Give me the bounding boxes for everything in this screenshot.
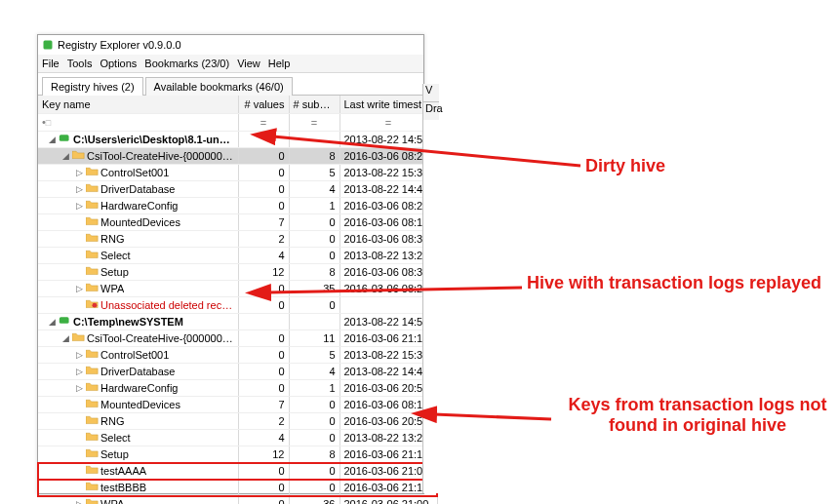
key-name-label: Unassociated deleted records — [100, 297, 234, 313]
table-row[interactable]: ◢CsiTool-CreateHive-{00000000-0000-...08… — [38, 148, 437, 165]
expander-icon[interactable]: ◢ — [61, 334, 70, 343]
expander-icon[interactable] — [75, 417, 84, 426]
annotation-keys-not-found: Keys from transaction logs not found in … — [556, 395, 839, 435]
key-name-label: MountedDevices — [100, 397, 180, 412]
table-row[interactable]: MountedDevices702016-03-06 08:12 — [38, 397, 437, 413]
table-row[interactable]: Unassociated deleted records00 — [38, 297, 437, 314]
values-cell — [238, 132, 289, 148]
expander-icon[interactable] — [75, 268, 84, 277]
folder-icon — [86, 446, 99, 462]
key-name-label: Select — [100, 248, 131, 263]
menu-view[interactable]: View — [237, 55, 260, 72]
folder-icon — [86, 413, 99, 429]
table-row[interactable]: Select402013-08-22 13:25 — [38, 430, 437, 446]
table-row[interactable]: ▷ControlSet001052013-08-22 15:32 — [38, 165, 437, 181]
values-cell: 0 — [238, 480, 289, 496]
right-col-header[interactable]: V — [423, 84, 439, 102]
table-row[interactable]: Setup1282016-03-06 21:17 — [38, 446, 437, 463]
table-row[interactable]: ◢CsiTool-CreateHive-{00000000-0000-0000-… — [38, 330, 437, 347]
filter-row[interactable]: •□ === — [38, 114, 437, 132]
table-row[interactable]: ▷WPA0352016-03-06 08:22 — [38, 281, 437, 297]
expander-icon[interactable]: ▷ — [75, 202, 84, 211]
folder-icon — [86, 496, 99, 504]
table-row[interactable]: ◢C:\Users\eric\Desktop\8.1-unreconciled.… — [38, 132, 437, 148]
folder-icon — [86, 264, 99, 280]
key-tree-grid[interactable]: Key name # values # subkeys Last write t… — [38, 96, 438, 504]
subkeys-cell: 11 — [289, 330, 340, 347]
expander-icon[interactable]: ◢ — [48, 136, 57, 144]
menu-options[interactable]: Options — [100, 55, 137, 72]
tab-strip: Registry hives (2) Available bookmarks (… — [38, 73, 423, 96]
expander-icon[interactable] — [75, 401, 84, 409]
menu-file[interactable]: File — [42, 55, 60, 72]
expander-icon[interactable]: ▷ — [75, 351, 84, 360]
expander-icon[interactable]: ◢ — [61, 152, 70, 161]
values-cell — [238, 314, 289, 330]
table-row[interactable]: MountedDevices702016-03-06 08:12 — [38, 214, 437, 231]
table-row[interactable]: RNG202016-03-06 20:59 — [38, 413, 437, 430]
folder-icon — [86, 380, 99, 396]
folder-icon — [86, 347, 99, 363]
table-row[interactable]: testBBBB002016-03-06 21:13 — [38, 480, 437, 496]
menu-help[interactable]: Help — [268, 55, 291, 72]
expander-icon[interactable] — [75, 467, 84, 476]
right-panel: V Dra — [422, 84, 439, 493]
table-row[interactable]: RNG202016-03-06 08:36 — [38, 231, 437, 248]
table-row[interactable]: ▷WPA0362016-03-06 21:00 — [38, 496, 437, 505]
menu-bar[interactable]: File Tools Options Bookmarks (23/0) View… — [38, 55, 423, 73]
table-row[interactable]: ▷ControlSet001052013-08-22 15:32 — [38, 347, 437, 364]
key-name-label: Setup — [100, 264, 129, 280]
expander-icon[interactable]: ▷ — [75, 169, 84, 177]
key-name-label: HardwareConfig — [100, 380, 178, 396]
expander-icon[interactable]: ▷ — [75, 368, 84, 376]
key-name-label: RNG — [100, 413, 124, 429]
table-row[interactable]: ▷HardwareConfig012016-03-06 20:59 — [38, 380, 437, 397]
table-row[interactable]: ▷HardwareConfig012016-03-06 08:26 — [38, 198, 437, 214]
folder-icon — [86, 364, 99, 379]
col-subkeys[interactable]: # subkeys — [289, 96, 340, 114]
folder-icon — [86, 281, 99, 296]
expander-icon[interactable]: ▷ — [75, 500, 84, 505]
values-cell: 4 — [238, 430, 289, 446]
menu-tools[interactable]: Tools — [67, 55, 93, 72]
table-row[interactable]: ▷DriverDatabase042013-08-22 14:49 — [38, 364, 437, 380]
expander-icon[interactable] — [75, 434, 84, 443]
expander-icon[interactable] — [75, 301, 84, 310]
key-name-label: MountedDevices — [100, 214, 180, 230]
expander-icon[interactable]: ▷ — [75, 285, 84, 293]
values-cell: 0 — [238, 297, 289, 314]
key-name-label: testAAAA — [100, 463, 146, 479]
right-col-header-2: Dra — [423, 102, 439, 120]
expander-icon[interactable] — [75, 450, 84, 459]
col-values[interactable]: # values — [238, 96, 289, 114]
folder-icon — [86, 231, 99, 247]
expander-icon[interactable]: ▷ — [75, 384, 84, 393]
expander-icon[interactable] — [75, 252, 84, 260]
values-cell: 0 — [238, 181, 289, 198]
col-keyname[interactable]: Key name — [38, 96, 238, 114]
values-cell: 0 — [238, 380, 289, 397]
table-row[interactable]: testAAAA002016-03-06 21:03 — [38, 463, 437, 480]
tab-available-bookmarks[interactable]: Available bookmarks (46/0) — [145, 77, 293, 96]
values-cell: 2 — [238, 413, 289, 430]
key-name-label: C:\Users\eric\Desktop\8.1-unreconciled..… — [73, 132, 234, 147]
subkeys-cell: 1 — [289, 198, 340, 214]
menu-bookmarks[interactable]: Bookmarks (23/0) — [144, 55, 229, 72]
table-row[interactable]: ◢C:\Temp\newSYSTEM2013-08-22 14:52 — [38, 314, 437, 330]
expander-icon[interactable]: ▷ — [75, 185, 84, 194]
title-bar[interactable]: Registry Explorer v0.9.0.0 — [38, 35, 423, 55]
svg-point-2 — [93, 303, 98, 308]
table-row[interactable]: Select402013-08-22 13:25 — [38, 248, 437, 264]
folder-icon — [86, 198, 99, 213]
table-row[interactable]: Setup1282016-03-06 08:31 — [38, 264, 437, 281]
values-cell: 0 — [238, 364, 289, 380]
table-row[interactable]: ▷DriverDatabase042013-08-22 14:49 — [38, 181, 437, 198]
expander-icon[interactable]: ◢ — [48, 318, 57, 327]
expander-icon[interactable] — [75, 218, 84, 227]
expander-icon[interactable] — [75, 235, 84, 244]
folder-icon — [86, 248, 99, 263]
tab-registry-hives[interactable]: Registry hives (2) — [42, 77, 143, 96]
key-name-label: WPA — [100, 496, 124, 504]
values-cell: 0 — [238, 148, 289, 165]
expander-icon[interactable] — [75, 484, 84, 492]
